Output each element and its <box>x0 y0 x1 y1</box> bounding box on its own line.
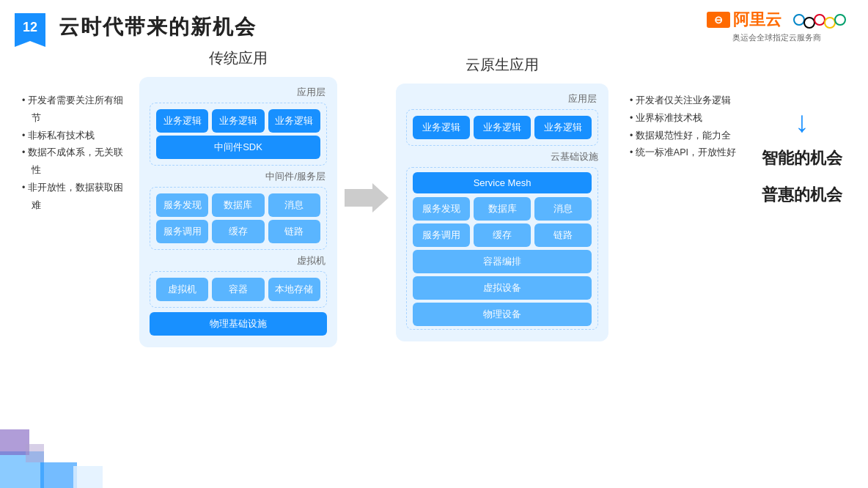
trad-mw-row1: 服务发现 数据库 消息 <box>156 193 320 217</box>
olympics-rings <box>793 11 846 29</box>
left-bullets: • 开发者需要关注所有细节 • 非标私有技术栈 • 数据不成体系，无关联性 • … <box>15 48 139 214</box>
trad-local-storage: 本地存储 <box>268 278 320 301</box>
trad-physical-infra: 物理基础设施 <box>150 312 327 336</box>
cn-virtual-device: 虚拟设备 <box>413 276 592 300</box>
header: 12 云时代带来的新机会 ⊖ 阿里云 奥运会全球指定云服务商 <box>0 0 868 48</box>
logo-area: ⊖ 阿里云 奥运会全球指定云服务商 <box>707 9 846 43</box>
cn-cloud-infra-label: 云基础设施 <box>406 150 598 163</box>
cn-biz-2: 业务逻辑 <box>474 116 531 139</box>
cn-row2: 服务调用 缓存 链路 <box>413 223 592 247</box>
cloud-native-title: 云原生应用 <box>466 55 539 75</box>
cn-service-discovery: 服务发现 <box>413 197 470 221</box>
trad-biz-row: 业务逻辑 业务逻辑 业务逻辑 <box>156 109 320 133</box>
down-arrow-icon: ↓ <box>795 107 809 136</box>
opportunity-text: 智能的机会 普惠的机会 <box>762 144 842 209</box>
rbullet-4: • 统一标准API，开放性好 <box>630 144 743 162</box>
rbullet-3: • 数据规范性好，能力全 <box>630 127 743 145</box>
trad-container: 容器 <box>212 278 264 301</box>
trad-chain: 链路 <box>268 220 320 243</box>
trad-app-section: 业务逻辑 业务逻辑 业务逻辑 中间件SDK <box>150 103 327 166</box>
trad-service-discovery: 服务发现 <box>156 193 208 217</box>
trad-biz-3: 业务逻辑 <box>268 109 320 133</box>
cn-cache: 缓存 <box>474 223 531 247</box>
slide-number: 12 <box>15 13 45 41</box>
trad-biz-1: 业务逻辑 <box>156 109 208 133</box>
trad-message: 消息 <box>268 193 320 217</box>
trad-vm-row: 虚拟机 容器 本地存储 <box>156 278 320 301</box>
trad-vm-label: 虚拟机 <box>150 254 327 267</box>
cn-biz-1: 业务逻辑 <box>413 116 470 139</box>
bullet-3: • 数据不成体系，无关联性 <box>22 144 132 180</box>
aliyun-icon: ⊖ <box>707 12 730 28</box>
traditional-title: 传统应用 <box>209 48 268 68</box>
trad-vm-section: 虚拟机 容器 本地存储 <box>150 271 327 308</box>
cn-service-mesh: Service Mesh <box>413 172 592 193</box>
svg-marker-0 <box>345 183 389 212</box>
page-title: 云时代带来的新机会 <box>59 13 257 41</box>
trad-mw-row2: 服务调用 缓存 链路 <box>156 220 320 243</box>
trad-database: 数据库 <box>212 193 264 217</box>
cn-biz-3: 业务逻辑 <box>534 116 592 139</box>
diagrams-area: 传统应用 应用层 业务逻辑 业务逻辑 业务逻辑 中间件SDK 中间件/服务层 <box>139 48 619 347</box>
right-bullets: • 开发者仅关注业务逻辑 • 业界标准技术栈 • 数据规范性好，能力全 • 统一… <box>619 48 751 162</box>
ring-green <box>834 14 846 26</box>
cn-database: 数据库 <box>474 197 531 221</box>
trad-service-call: 服务调用 <box>156 220 208 243</box>
rbullet-1: • 开发者仅关注业务逻辑 <box>630 92 743 110</box>
trad-middleware-section: 服务发现 数据库 消息 服务调用 缓存 链路 <box>150 187 327 250</box>
cn-row1: 服务发现 数据库 消息 <box>413 197 592 221</box>
logo-subtitle: 奥运会全球指定云服务商 <box>732 32 821 43</box>
cn-service-call: 服务调用 <box>413 223 470 247</box>
bullet-2: • 非标私有技术栈 <box>22 127 132 145</box>
cn-app-section: 业务逻辑 业务逻辑 业务逻辑 <box>406 109 598 146</box>
rbullet-2: • 业界标准技术栈 <box>630 110 743 127</box>
aliyun-logo: ⊖ 阿里云 <box>707 9 781 31</box>
trad-app-layer-label: 应用层 <box>150 86 327 99</box>
main-content: • 开发者需要关注所有细节 • 非标私有技术栈 • 数据不成体系，无关联性 • … <box>0 48 868 478</box>
logo-brand: ⊖ 阿里云 <box>707 9 846 31</box>
trad-middleware-sdk: 中间件SDK <box>156 136 320 159</box>
cn-biz-row: 业务逻辑 业务逻辑 业务逻辑 <box>413 116 592 139</box>
trad-cache: 缓存 <box>212 220 264 243</box>
cloud-native-diagram: 应用层 业务逻辑 业务逻辑 业务逻辑 云基础设施 Service Mesh 服务… <box>396 84 608 341</box>
cn-container-orchestration: 容器编排 <box>413 250 592 273</box>
arrow-area <box>337 183 396 212</box>
trad-vm: 虚拟机 <box>156 278 208 301</box>
cn-physical-device: 物理设备 <box>413 303 592 326</box>
cn-cloud-infra-section: Service Mesh 服务发现 数据库 消息 服务调用 缓存 链路 容器编排 <box>406 167 598 330</box>
transform-arrow <box>345 183 389 212</box>
cn-message: 消息 <box>534 197 592 221</box>
cn-chain: 链路 <box>534 223 592 247</box>
traditional-diagram: 应用层 业务逻辑 业务逻辑 业务逻辑 中间件SDK 中间件/服务层 服务发现 数… <box>139 77 337 347</box>
bullet-4: • 非开放性，数据获取困难 <box>22 180 132 215</box>
trad-middleware-label: 中间件/服务层 <box>150 170 327 183</box>
far-right: ↓ 智能的机会 普惠的机会 <box>751 48 853 209</box>
bullet-1: • 开发者需要关注所有细节 <box>22 92 132 127</box>
trad-biz-2: 业务逻辑 <box>212 109 264 133</box>
cn-app-layer-label: 应用层 <box>406 92 598 106</box>
